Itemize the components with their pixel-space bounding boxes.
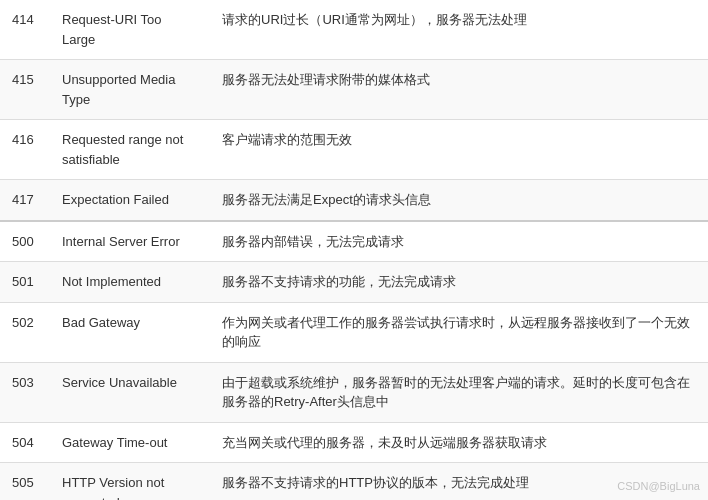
status-name: Bad Gateway xyxy=(50,302,210,362)
table-row: 500Internal Server Error服务器内部错误，无法完成请求 xyxy=(0,221,708,262)
status-description: 由于超载或系统维护，服务器暂时的无法处理客户端的请求。延时的长度可包含在服务器的… xyxy=(210,362,708,422)
status-description: 充当网关或代理的服务器，未及时从远端服务器获取请求 xyxy=(210,422,708,463)
table-row: 417Expectation Failed服务器无法满足Expect的请求头信息 xyxy=(0,180,708,221)
table-row: 502Bad Gateway作为网关或者代理工作的服务器尝试执行请求时，从远程服… xyxy=(0,302,708,362)
status-name: Gateway Time-out xyxy=(50,422,210,463)
status-description: 服务器无法满足Expect的请求头信息 xyxy=(210,180,708,221)
table-row: 416Requested range not satisfiable客户端请求的… xyxy=(0,120,708,180)
status-description: 作为网关或者代理工作的服务器尝试执行请求时，从远程服务器接收到了一个无效的响应 xyxy=(210,302,708,362)
status-code: 501 xyxy=(0,262,50,303)
http-status-table: 414Request-URI Too Large请求的URI过长（URI通常为网… xyxy=(0,0,708,500)
table-row: 504Gateway Time-out充当网关或代理的服务器，未及时从远端服务器… xyxy=(0,422,708,463)
status-code: 504 xyxy=(0,422,50,463)
status-code: 500 xyxy=(0,221,50,262)
table-row: 503Service Unavailable由于超载或系统维护，服务器暂时的无法… xyxy=(0,362,708,422)
table-row: 415Unsupported Media Type服务器无法处理请求附带的媒体格… xyxy=(0,60,708,120)
status-name: Expectation Failed xyxy=(50,180,210,221)
status-description: 客户端请求的范围无效 xyxy=(210,120,708,180)
table-row: 505HTTP Version not supported服务器不支持请求的HT… xyxy=(0,463,708,501)
table-row: 414Request-URI Too Large请求的URI过长（URI通常为网… xyxy=(0,0,708,60)
status-description: 请求的URI过长（URI通常为网址），服务器无法处理 xyxy=(210,0,708,60)
status-code: 416 xyxy=(0,120,50,180)
status-name: Request-URI Too Large xyxy=(50,0,210,60)
status-name: Service Unavailable xyxy=(50,362,210,422)
status-description: 服务器不支持请求的功能，无法完成请求 xyxy=(210,262,708,303)
status-name: Internal Server Error xyxy=(50,221,210,262)
status-name: Unsupported Media Type xyxy=(50,60,210,120)
watermark: CSDN@BigLuna xyxy=(617,480,700,492)
status-code: 414 xyxy=(0,0,50,60)
table-row: 501Not Implemented服务器不支持请求的功能，无法完成请求 xyxy=(0,262,708,303)
status-description: 服务器内部错误，无法完成请求 xyxy=(210,221,708,262)
status-code: 503 xyxy=(0,362,50,422)
status-code: 415 xyxy=(0,60,50,120)
status-code: 417 xyxy=(0,180,50,221)
status-name: Requested range not satisfiable xyxy=(50,120,210,180)
status-name: HTTP Version not supported xyxy=(50,463,210,501)
status-code: 502 xyxy=(0,302,50,362)
status-code: 505 xyxy=(0,463,50,501)
status-name: Not Implemented xyxy=(50,262,210,303)
status-description: 服务器无法处理请求附带的媒体格式 xyxy=(210,60,708,120)
